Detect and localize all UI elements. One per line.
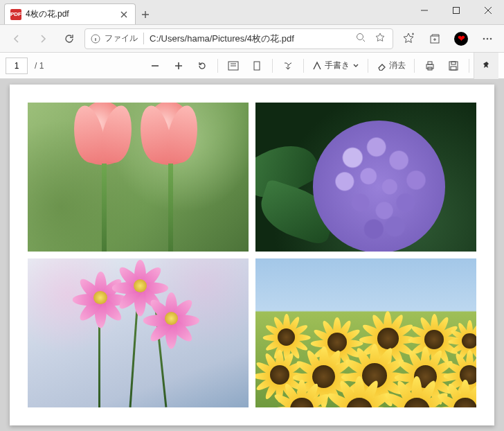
pen-icon [312,61,322,71]
pdf-page [10,85,494,425]
image-sunflowers [255,258,476,407]
image-hydrangea [255,103,476,252]
page-view-icon [251,61,262,71]
pin-toolbar-button[interactable] [474,53,498,79]
more-button[interactable] [476,28,498,50]
address-path: C:/Users/hama/Pictures/4枚の花.pdf [150,33,348,45]
ellipsis-icon [482,33,493,44]
fit-page-button[interactable] [222,56,244,76]
arrow-right-icon [37,33,48,44]
maximize-button[interactable] [440,0,472,21]
svg-rect-10 [428,62,432,64]
heart-icon: ❤ [454,32,468,46]
tab-close-button[interactable] [118,9,129,20]
close-icon [120,11,127,18]
chevron-down-icon [352,62,359,69]
pdf-viewer[interactable] [0,79,504,431]
new-tab-button[interactable] [136,5,155,24]
window-controls [408,0,504,24]
extension-button[interactable]: ❤ [450,28,472,50]
tab-title: 4枚の花.pdf [26,8,114,20]
address-bar: ファイル C:/Users/hama/Pictures/4枚の花.pdf ❤ [0,25,504,53]
svg-point-2 [357,34,363,40]
read-aloud-button[interactable] [277,56,299,76]
read-aloud-icon [282,60,294,71]
pdf-toolbar: / 1 手書き 消去 [0,53,504,79]
plus-icon [174,61,183,71]
collections-icon [429,33,441,45]
browser-tab[interactable]: PDF 4枚の花.pdf [4,3,136,24]
draw-label: 手書き [325,60,350,71]
image-grid [28,103,476,407]
zoom-out-button[interactable] [144,56,166,76]
tab-strip: PDF 4枚の花.pdf [0,0,408,24]
forward-button[interactable] [32,28,54,50]
svg-point-5 [487,37,489,39]
info-icon [91,34,100,44]
star-plus-icon [402,33,415,45]
rotate-icon [197,60,208,71]
draw-button[interactable]: 手書き [308,56,363,76]
pdf-file-icon: PDF [10,9,21,20]
svg-point-6 [490,37,492,39]
page-number-input[interactable] [6,58,28,74]
erase-label: 消去 [389,60,406,71]
svg-rect-8 [254,62,260,70]
favorites-button[interactable] [397,28,420,50]
save-button[interactable] [442,56,465,76]
site-info[interactable]: ファイル [91,33,144,44]
eraser-icon [377,61,386,71]
refresh-icon [64,33,75,44]
fit-page-icon [228,61,239,71]
back-button[interactable] [6,28,28,50]
address-input[interactable]: ファイル C:/Users/hama/Pictures/4枚の花.pdf [84,28,393,49]
image-tulips [28,103,249,252]
print-button[interactable] [419,56,441,76]
zoom-in-button[interactable] [168,56,190,76]
minus-icon [150,61,160,71]
close-icon [485,7,492,14]
search-icon[interactable] [354,33,368,44]
maximize-icon [453,7,460,14]
close-window-button[interactable] [472,0,504,21]
pin-icon [482,61,492,71]
erase-button[interactable]: 消去 [372,56,410,76]
minimize-icon [421,7,428,14]
favorite-star-icon[interactable] [373,33,387,44]
titlebar: PDF 4枚の花.pdf [0,0,504,25]
svg-rect-14 [451,67,456,70]
file-label: ファイル [105,33,138,44]
print-icon [424,60,435,71]
svg-rect-0 [453,8,460,14]
svg-point-4 [483,37,485,39]
refresh-button[interactable] [58,28,80,50]
svg-rect-13 [451,62,456,64]
save-icon [448,60,459,71]
arrow-left-icon [11,33,22,44]
plus-icon [141,10,150,19]
page-view-button[interactable] [246,56,268,76]
minimize-button[interactable] [408,0,440,21]
image-cosmos [28,258,249,407]
rotate-button[interactable] [191,56,213,76]
collections-button[interactable] [424,28,446,50]
page-total: / 1 [29,61,49,71]
